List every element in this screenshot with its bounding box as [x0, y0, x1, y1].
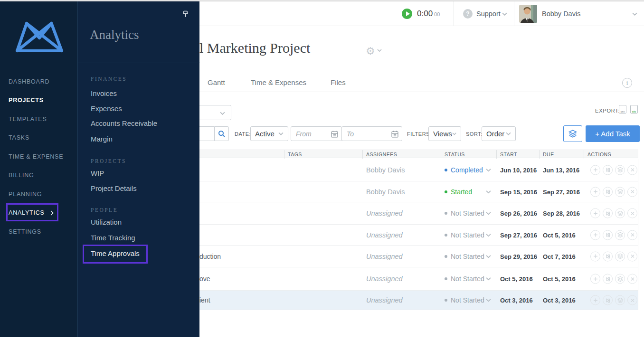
search-icon: [218, 130, 226, 138]
tab-files[interactable]: Files: [331, 78, 346, 86]
assignee-cell: Bobby Davis: [366, 166, 405, 174]
analytics-flyout-panel: Analytics FINANCES Invoices Expenses Acc…: [77, 0, 199, 337]
mavenlink-logo-icon[interactable]: [13, 20, 66, 56]
add-subtask-icon[interactable]: [590, 251, 600, 261]
layers-icon[interactable]: [615, 274, 625, 284]
status-dropdown-chevron[interactable]: [486, 277, 491, 281]
subtask-branch-icon[interactable]: [603, 165, 613, 175]
flyout-section-finances: FINANCES: [91, 76, 127, 82]
layers-icon[interactable]: [615, 208, 625, 218]
assignee-cell: Unassigned: [366, 231, 403, 239]
column-header-tags: TAGS: [288, 152, 302, 157]
flyout-item-time-tracking[interactable]: Time Tracking: [91, 234, 135, 242]
export-label: EXPORT:: [595, 108, 620, 114]
sidebar-item-time-expense[interactable]: TIME & EXPENSE: [0, 147, 77, 166]
add-subtask-icon[interactable]: [590, 208, 600, 218]
assignee-cell: Bobby Davis: [366, 188, 405, 196]
add-subtask-icon[interactable]: [590, 187, 600, 197]
info-icon[interactable]: i: [622, 78, 632, 88]
delete-icon[interactable]: [627, 274, 637, 284]
flyout-item-accounts-receivable[interactable]: Accounts Receivable: [91, 119, 157, 127]
date-range-select[interactable]: Active: [250, 126, 288, 141]
delete-icon[interactable]: [627, 251, 637, 261]
status-dropdown-chevron[interactable]: [486, 299, 491, 302]
subtask-branch-icon[interactable]: [603, 230, 613, 240]
status-dropdown-chevron[interactable]: [486, 190, 491, 193]
flyout-item-project-details[interactable]: Project Details: [91, 184, 137, 192]
delete-icon[interactable]: [627, 187, 637, 197]
project-settings-gear-icon[interactable]: ⚙: [366, 45, 382, 57]
subtask-branch-icon[interactable]: [603, 208, 613, 218]
layers-icon[interactable]: [615, 187, 625, 197]
sidebar-item-dashboard[interactable]: DASHBOARD: [0, 72, 77, 91]
subtask-branch-icon[interactable]: [603, 251, 613, 261]
status-dot: [445, 255, 447, 258]
task-name-cell[interactable]: ove: [199, 275, 210, 283]
flyout-section-projects: PROJECTS: [91, 158, 126, 164]
delete-icon[interactable]: [627, 165, 637, 175]
column-header-actions: ACTIONS: [587, 152, 611, 157]
timer-section[interactable]: 0:0000: [393, 1, 453, 26]
assignee-cell: Unassigned: [366, 253, 403, 260]
subtask-branch-icon[interactable]: [603, 187, 613, 197]
status-dropdown-chevron[interactable]: [486, 212, 491, 215]
status-cell: Completed: [445, 166, 483, 174]
sidebar-item-tasks[interactable]: TASKS: [0, 129, 77, 148]
chevron-right-icon: [50, 210, 54, 216]
tab-gantt[interactable]: Gantt: [208, 78, 225, 86]
search-button[interactable]: [214, 126, 229, 141]
delete-icon[interactable]: [627, 230, 637, 240]
tab-time-expenses[interactable]: Time & Expenses: [251, 78, 306, 86]
layers-icon[interactable]: [615, 251, 625, 261]
layers-icon[interactable]: [615, 165, 625, 175]
export-xls-icon[interactable]: xls: [630, 105, 638, 114]
sort-order-select[interactable]: Order: [482, 126, 516, 141]
date-from-field: [291, 126, 342, 141]
sidebar-item-projects[interactable]: PROJECTS: [0, 91, 77, 110]
sidebar-item-analytics[interactable]: ANALYTICS: [0, 204, 77, 223]
flyout-item-utilization[interactable]: Utilization: [91, 218, 122, 226]
subtask-branch-icon[interactable]: [603, 295, 613, 305]
status-dropdown-chevron[interactable]: [486, 233, 491, 237]
add-subtask-icon[interactable]: [590, 165, 600, 175]
add-subtask-icon[interactable]: [590, 274, 600, 284]
add-subtask-icon[interactable]: [590, 230, 600, 240]
views-filter-value: Views: [433, 130, 452, 138]
chevron-down-icon: [220, 112, 225, 115]
status-cell: Started: [445, 188, 472, 196]
add-subtask-icon[interactable]: [590, 295, 600, 305]
subtask-branch-icon[interactable]: [603, 274, 613, 284]
flyout-item-margin[interactable]: Margin: [91, 135, 113, 143]
views-filter-select[interactable]: Views: [428, 126, 461, 141]
sidebar-item-billing[interactable]: BILLING: [0, 166, 77, 185]
task-name-cell[interactable]: ient: [199, 296, 210, 304]
delete-icon[interactable]: [627, 295, 637, 305]
layers-icon[interactable]: [615, 230, 625, 240]
delete-icon[interactable]: [627, 208, 637, 218]
task-name-cell[interactable]: duction: [199, 253, 221, 260]
status-dropdown-chevron[interactable]: [486, 168, 491, 171]
flyout-item-wip[interactable]: WIP: [91, 169, 104, 177]
calendar-icon[interactable]: [391, 131, 398, 138]
flyout-item-expenses[interactable]: Expenses: [91, 104, 122, 113]
timer-play-icon[interactable]: [402, 9, 412, 19]
start-date-cell: Oct 5, 2016: [500, 275, 533, 283]
sidebar-item-planning[interactable]: PLANNING: [0, 185, 77, 204]
due-date-cell: Oct 3, 2016: [543, 297, 576, 304]
add-task-button[interactable]: + Add Task: [586, 125, 640, 142]
flyout-item-time-approvals[interactable]: Time Approvals: [91, 249, 140, 257]
assignee-cell: Unassigned: [366, 209, 403, 217]
support-menu[interactable]: ? Support: [453, 1, 514, 26]
user-menu[interactable]: Bobby Davis: [514, 1, 644, 26]
group-layers-button[interactable]: [563, 125, 582, 142]
status-dot: [445, 234, 447, 237]
sidebar-item-templates[interactable]: TEMPLATES: [0, 110, 77, 129]
status-dropdown-chevron[interactable]: [486, 255, 491, 258]
layers-icon[interactable]: [615, 295, 625, 305]
calendar-icon[interactable]: [331, 131, 338, 138]
assignee-cell: Unassigned: [366, 275, 403, 283]
sidebar-item-settings[interactable]: SETTINGS: [0, 222, 77, 241]
pin-icon[interactable]: [182, 10, 189, 19]
export-csv-icon[interactable]: csv: [619, 105, 626, 114]
flyout-item-invoices[interactable]: Invoices: [91, 89, 117, 97]
